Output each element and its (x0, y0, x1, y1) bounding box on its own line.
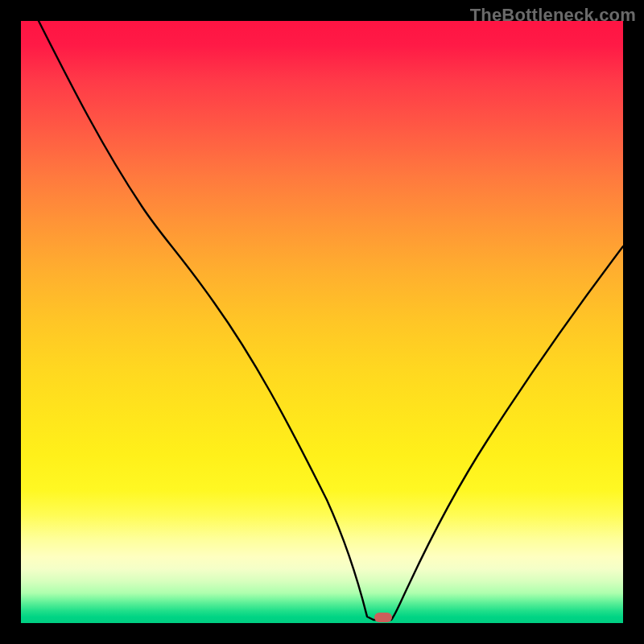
plot-area (21, 21, 623, 623)
min-marker (374, 613, 392, 622)
bottleneck-curve (39, 21, 623, 620)
chart-frame: TheBottleneck.com (0, 0, 644, 644)
curve-svg (21, 21, 623, 623)
